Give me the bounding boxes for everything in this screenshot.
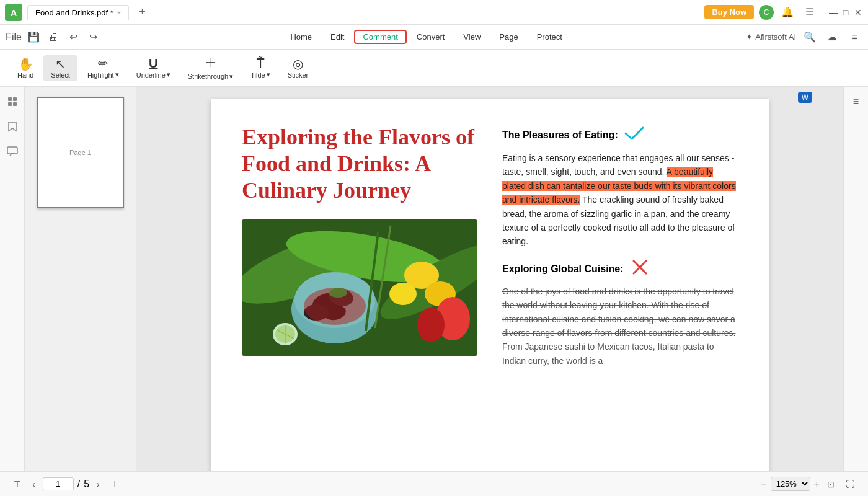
highlight-label: Highlight: [87, 71, 114, 79]
doc-area: W Exploring the Flavors of Food and Drin…: [136, 87, 843, 471]
fullscreen-btn[interactable]: ⛶: [842, 478, 858, 490]
menu-items: Home Edit Comment Convert View Page Prot…: [109, 30, 743, 44]
menu-bar: File 💾 🖨 ↩ ↪ Home Edit Comment Convert V…: [0, 25, 868, 50]
page-thumbnail[interactable]: Page 1: [37, 97, 124, 208]
section1-heading: The Pleasures of Eating:: [502, 124, 738, 146]
ai-button[interactable]: ✦ Afirstsoft AI: [746, 32, 796, 42]
menu-icon[interactable]: ☰: [801, 4, 818, 21]
word-badge: W: [798, 92, 812, 103]
svg-rect-5: [13, 97, 17, 101]
underline-tool-btn[interactable]: U Underline ▾: [129, 55, 178, 81]
bottom-bar: ⊤ ‹ / 5 › ⊥ − 125% 100% 150% 75% + ⊡ ⛶: [0, 471, 868, 496]
underline-arrow: ▾: [167, 71, 170, 79]
section2-heading: Exploring Global Cuisine:: [502, 259, 738, 280]
food-image: [242, 219, 477, 356]
section2-heading-text: Exploring Global Cuisine:: [502, 264, 624, 275]
new-tab-btn[interactable]: +: [134, 6, 151, 19]
toolbar: ✋ Hand ↖ Select ✏ Highlight ▾ U Underlin…: [0, 50, 868, 87]
total-pages: 5: [84, 479, 89, 490]
highlight-arrow: ▾: [115, 71, 119, 79]
right-sidebar: ≡: [843, 87, 868, 471]
nav-next-btn[interactable]: ›: [93, 478, 104, 490]
avatar: C: [759, 5, 774, 20]
sticker-tool-btn[interactable]: ◎ Sticker: [280, 55, 316, 81]
undo-icon[interactable]: ↩: [64, 29, 82, 46]
save-icon[interactable]: 💾: [25, 29, 42, 46]
menu-page[interactable]: Page: [490, 30, 526, 44]
zoom-controls: − 125% 100% 150% 75% + ⊡ ⛶: [761, 477, 858, 491]
buy-now-button[interactable]: Buy Now: [704, 5, 754, 19]
notification-icon[interactable]: 🔔: [779, 4, 796, 21]
hand-label: Hand: [17, 71, 33, 79]
zoom-select[interactable]: 125% 100% 150% 75%: [771, 477, 810, 491]
ai-label: Afirstsoft AI: [755, 32, 796, 42]
tilde-tool-btn[interactable]: T̃ Tilde ▾: [243, 55, 277, 81]
sidebar-thumbnails-icon[interactable]: [2, 92, 22, 112]
title-bar: A Food and Drinks.pdf * × + Buy Now C 🔔 …: [0, 0, 868, 25]
zoom-out-btn[interactable]: −: [761, 479, 766, 490]
file-menu-btn[interactable]: File: [5, 29, 22, 46]
ai-sparkle-icon: ✦: [746, 32, 753, 42]
menu-home[interactable]: Home: [281, 30, 321, 44]
page-input[interactable]: [43, 477, 74, 490]
menu-view[interactable]: View: [454, 30, 489, 44]
menu-file-area: File 💾 🖨 ↩ ↪: [5, 29, 102, 46]
page-separator: /: [78, 479, 80, 490]
body-text-1: Eating is a: [502, 153, 545, 163]
tilde-icon: T̃: [257, 57, 264, 69]
menu-comment[interactable]: Comment: [354, 30, 406, 44]
cloud-icon[interactable]: ☁: [823, 29, 841, 46]
maximize-btn[interactable]: □: [841, 7, 851, 17]
app-logo: A: [5, 4, 22, 21]
pdf-right-column: The Pleasures of Eating: Eating is a sen…: [502, 124, 738, 471]
svg-point-25: [329, 288, 347, 298]
document-title: Exploring the Flavors of Food and Drinks…: [242, 124, 477, 205]
nav-first-btn[interactable]: ⊤: [10, 478, 25, 490]
sidebar-comments-icon[interactable]: [2, 141, 22, 161]
fit-page-btn[interactable]: ⊡: [823, 478, 838, 490]
nav-last-btn[interactable]: ⊥: [107, 478, 122, 490]
tilde-arrow: ▾: [267, 71, 270, 79]
svg-text:A: A: [11, 8, 17, 18]
right-sidebar-icon[interactable]: ≡: [846, 92, 866, 112]
active-tab[interactable]: Food and Drinks.pdf * ×: [27, 5, 129, 20]
section1-body: Eating is a sensory experience that enga…: [502, 151, 738, 249]
close-btn[interactable]: ✕: [853, 7, 863, 17]
sticker-label: Sticker: [288, 71, 309, 79]
svg-point-15: [389, 283, 417, 305]
underline-icon: U: [149, 57, 157, 69]
menu-right: ✦ Afirstsoft AI 🔍 ☁ ≡: [746, 29, 863, 46]
checkmark-icon: [623, 124, 645, 146]
word-icon: W: [802, 93, 808, 102]
sidebar-bookmarks-icon[interactable]: [2, 117, 22, 136]
pdf-left-column: Exploring the Flavors of Food and Drinks…: [242, 124, 477, 471]
hand-tool-btn[interactable]: ✋ Hand: [10, 55, 41, 81]
sticker-icon: ◎: [293, 58, 303, 70]
minimize-btn[interactable]: —: [828, 7, 838, 17]
file-label: File: [6, 32, 22, 43]
tilde-label: Tilde: [250, 71, 265, 79]
title-bar-left: A Food and Drinks.pdf * × +: [5, 4, 704, 21]
pdf-page: Exploring the Flavors of Food and Drinks…: [211, 99, 769, 471]
strikethrough-arrow: ▾: [229, 73, 233, 81]
page-panel: Page 1: [25, 87, 136, 471]
tab-close-btn[interactable]: ×: [117, 9, 121, 16]
left-sidebar: [0, 87, 25, 471]
title-bar-right: Buy Now C 🔔 ☰ — □ ✕: [704, 4, 863, 21]
select-tool-btn[interactable]: ↖ Select: [43, 55, 78, 81]
print-icon[interactable]: 🖨: [45, 29, 62, 46]
menu-edit[interactable]: Edit: [322, 30, 353, 44]
search-icon[interactable]: 🔍: [801, 29, 818, 46]
menu-convert[interactable]: Convert: [408, 30, 454, 44]
section2-body: One of the joys of food and drinks is th…: [502, 285, 738, 368]
crossmark-icon: [631, 259, 649, 280]
strikethrough-icon: [204, 56, 218, 71]
menu-protect[interactable]: Protect: [528, 30, 571, 44]
strikethrough-tool-btn[interactable]: Strikethrough ▾: [180, 53, 241, 83]
more-icon[interactable]: ≡: [846, 29, 863, 46]
nav-prev-btn[interactable]: ‹: [29, 478, 39, 490]
redo-icon[interactable]: ↪: [84, 29, 102, 46]
highlight-tool-btn[interactable]: ✏ Highlight ▾: [80, 55, 126, 81]
zoom-in-btn[interactable]: +: [814, 479, 820, 490]
svg-rect-7: [13, 102, 17, 106]
